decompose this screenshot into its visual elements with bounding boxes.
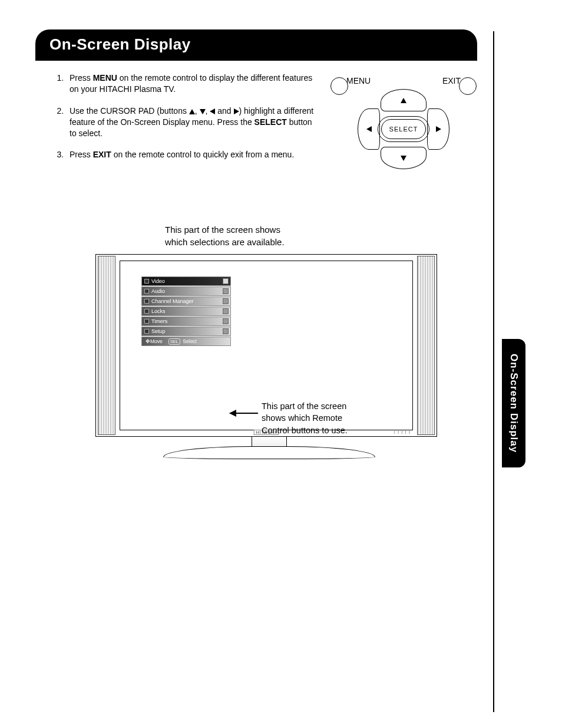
menu-button[interactable]: [330, 77, 348, 95]
left-arrow-icon: [366, 126, 372, 132]
bold-text: MENU: [93, 73, 117, 83]
right-arrow-icon: [234, 108, 239, 114]
text: Press: [70, 73, 93, 83]
up-arrow-icon: [401, 98, 406, 103]
down-arrow-icon: [401, 156, 406, 161]
text: Control buttons to use.: [262, 426, 348, 435]
osd-item-timers[interactable]: Timers: [141, 317, 231, 326]
text: This part of the screen: [262, 401, 346, 411]
menu-end-icon: [223, 288, 229, 294]
cursor-right-button[interactable]: [427, 108, 449, 150]
instruction-2: Use the CURSOR PAD (buttons , , and ) hi…: [66, 106, 318, 139]
osd-label: Video: [151, 278, 223, 284]
osd-item-video[interactable]: Video: [141, 276, 231, 286]
text: Press: [70, 150, 93, 159]
text: This part of the screen shows: [165, 225, 280, 235]
osd-footer-move: Move: [150, 338, 163, 344]
bold-text: SELECT: [254, 117, 287, 127]
select-button[interactable]: SELECT: [381, 119, 426, 139]
up-arrow-icon: [189, 109, 195, 114]
text: which selections are available.: [165, 237, 285, 247]
side-tab: On-Screen Display: [502, 339, 525, 467]
instructions-list: Press MENU on the remote control to disp…: [35, 73, 318, 182]
side-tab-label: On-Screen Display: [508, 354, 520, 453]
osd-footer-select: Select: [183, 338, 197, 344]
page-title: On-Screen Display: [35, 29, 477, 61]
led-strip: | | | | |: [394, 429, 411, 434]
menu-marker-icon: [144, 309, 149, 314]
caption-top: This part of the screen shows which sele…: [165, 223, 477, 248]
osd-label: Channel Manager: [151, 298, 223, 304]
osd-menu: Video Audio Channel Manager Locks Timers…: [141, 276, 231, 346]
menu-end-icon: [223, 298, 229, 304]
osd-label: Locks: [151, 308, 223, 314]
osd-footer: ✥Move SEL Select: [141, 337, 231, 346]
menu-end-icon: [223, 328, 229, 334]
remote-diagram: MENU EXIT SELECT: [330, 73, 477, 182]
menu-marker-icon: [144, 279, 149, 284]
tv-base: [163, 446, 375, 459]
instruction-1: Press MENU on the remote control to disp…: [66, 73, 318, 95]
menu-end-icon: [223, 318, 229, 324]
osd-item-locks[interactable]: Locks: [141, 307, 231, 316]
cursor-up-button[interactable]: [381, 89, 427, 111]
caption-right: This part of the screen shows which Remo…: [262, 400, 373, 436]
exit-button[interactable]: [459, 77, 477, 95]
right-arrow-icon: [436, 126, 441, 132]
text: on the remote control to quickly exit fr…: [111, 150, 294, 159]
cursor-down-button[interactable]: [381, 147, 427, 169]
instruction-3: Press EXIT on the remote control to quic…: [66, 149, 318, 160]
left-arrow-icon: [210, 108, 215, 114]
menu-end-icon: [223, 278, 229, 284]
menu-marker-icon: [144, 319, 149, 324]
menu-marker-icon: [144, 299, 149, 304]
move-icon: ✥: [146, 338, 150, 344]
bold-text: EXIT: [93, 150, 111, 159]
text: shows which Remote: [262, 413, 342, 423]
osd-label: Audio: [151, 288, 223, 294]
osd-label: Timers: [151, 318, 223, 324]
osd-item-audio[interactable]: Audio: [141, 286, 231, 296]
vertical-divider: [493, 31, 494, 712]
down-arrow-icon: [200, 109, 206, 114]
menu-end-icon: [223, 308, 229, 314]
osd-item-channel-manager[interactable]: Channel Manager: [141, 297, 231, 306]
menu-marker-icon: [144, 329, 149, 334]
text: Use the CURSOR PAD (buttons: [70, 106, 189, 116]
menu-label: MENU: [346, 76, 371, 85]
arrow-left-icon: [230, 413, 258, 414]
osd-label: Setup: [151, 328, 223, 334]
menu-marker-icon: [144, 289, 149, 294]
sel-chip-icon: SEL: [168, 338, 180, 345]
osd-item-setup[interactable]: Setup: [141, 327, 231, 336]
cursor-left-button[interactable]: [358, 108, 380, 150]
exit-label: EXIT: [442, 76, 461, 85]
